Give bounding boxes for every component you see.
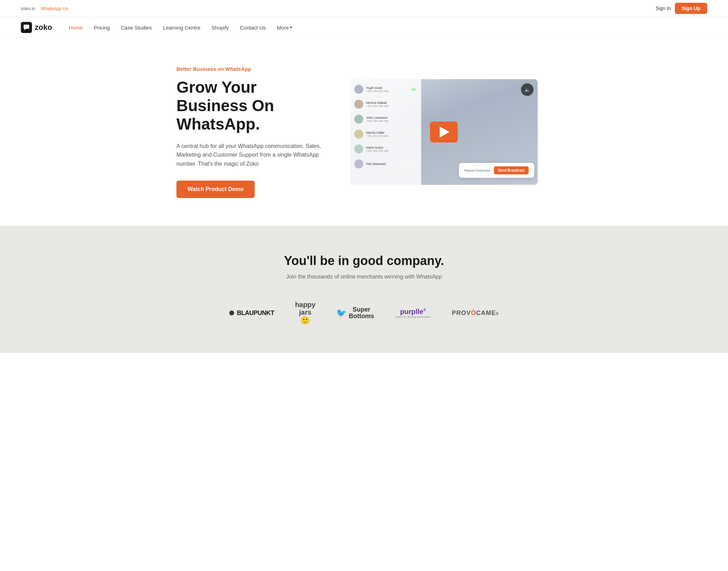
chat-phone: +351 394 493 493 [366, 90, 389, 93]
main-nav: zoko Home Pricing Case Studies Learning … [0, 17, 728, 38]
superbottoms-logo: 🐦 SuperBottoms [336, 306, 374, 320]
blaupunkt-dot-icon [229, 311, 234, 315]
chat-item-2: Monica Zafead +351 394 493 493 [350, 97, 421, 112]
chat-phone: +351 394 493 493 [366, 149, 389, 152]
avatar [354, 130, 363, 139]
avatar [354, 115, 363, 124]
chat-name: Hugh Grant [366, 86, 389, 90]
nav-case-studies[interactable]: Case Studies [121, 25, 152, 31]
nav-shopify[interactable]: Shopify [212, 25, 229, 31]
hero-left: Better Business on WhatsApp Grow Your Bu… [176, 66, 329, 198]
whatsapp-link[interactable]: WhatsApp Us [41, 6, 68, 11]
nav-home[interactable]: Home [69, 25, 83, 31]
social-proof-subtitle: Join the thousands of online merchants w… [21, 274, 707, 280]
logo-icon [21, 22, 32, 33]
nav-contact-us[interactable]: Contact Us [240, 25, 266, 31]
top-bar: zoko.io WhatsApp Us Sign In Sign Up [0, 0, 728, 17]
superbottoms-bird-icon: 🐦 [336, 308, 347, 318]
social-proof-title: You'll be in good company. [21, 254, 707, 268]
purplle-logo: purplle® India's #1 Beauty Destination [395, 308, 431, 318]
hero-section: Better Business on WhatsApp Grow Your Bu… [0, 38, 728, 226]
logo[interactable]: zoko [21, 22, 52, 33]
chat-name: Marcia Caller [366, 131, 389, 134]
broadcast-bar: Repeat Customers Send Broadcast [459, 163, 534, 178]
chat-item-3: John Livermore +351 394 493 493 [350, 112, 421, 127]
logo-text: zoko [35, 23, 52, 32]
chat-item-4: Marcia Caller +351 394 493 493 [350, 127, 421, 142]
chat-phone: +351 394 493 493 [366, 105, 389, 108]
happyjars-logo: happyjars 🙂 [295, 301, 315, 325]
chat-name: John Livermore [366, 116, 389, 119]
provocame-logo: PROVÓCAME® [452, 309, 499, 317]
happyjars-icon: 🙂 [295, 316, 315, 325]
repeat-customers-label: Repeat Customers [464, 169, 490, 172]
blaupunkt-brand: BLAUPUNKT [229, 309, 274, 317]
mute-icon: 🔈 [524, 87, 530, 92]
blaupunkt-text: BLAUPUNKT [237, 309, 274, 317]
avatar [354, 85, 363, 94]
signup-button[interactable]: Sign Up [675, 3, 707, 14]
nav-more-label: More [277, 25, 289, 31]
blaupunkt-logo: BLAUPUNKT [229, 309, 274, 317]
avatar [354, 159, 363, 168]
hero-description: A central hub for all your WhatsApp comm… [176, 142, 329, 168]
chat-phone: +351 394 493 493 [366, 119, 389, 123]
platform-badge: WA [410, 88, 417, 91]
play-icon [440, 126, 449, 138]
chat-panel: Hugh Grant +351 394 493 493 WA Monica Za… [350, 79, 421, 185]
video-wrapper[interactable]: Hugh Grant +351 394 493 493 WA Monica Za… [350, 79, 538, 185]
provocame-text: PROVÓCAME® [452, 309, 499, 317]
send-broadcast-button[interactable]: Send Broadcast [494, 166, 529, 174]
hero-video: Hugh Grant +351 394 493 493 WA Monica Za… [350, 79, 538, 185]
superbottoms-text: SuperBottoms [349, 306, 374, 320]
superbottoms-brand: 🐦 SuperBottoms [336, 306, 374, 320]
brand-logos-row: BLAUPUNKT happyjars 🙂 🐦 SuperBottoms pur… [21, 301, 707, 325]
chat-name: Piet Gasmash [366, 162, 386, 166]
avatar [354, 144, 363, 154]
site-link[interactable]: zoko.io [21, 6, 35, 11]
nav-more[interactable]: More ▾ [277, 25, 292, 31]
hero-title: Grow Your Business On WhatsApp. [176, 78, 329, 133]
chat-item-5: Mario Gotze +351 394 493 493 [350, 142, 421, 157]
signin-link[interactable]: Sign In [656, 6, 671, 11]
avatar [354, 100, 363, 109]
top-bar-right: Sign In Sign Up [656, 3, 707, 14]
play-button[interactable] [430, 122, 458, 142]
chat-item-6: Piet Gasmash [350, 157, 421, 172]
purplle-sub-text: India's #1 Beauty Destination [395, 315, 431, 318]
chat-name: Mario Gotze [366, 146, 389, 149]
social-proof-section: You'll be in good company. Join the thou… [0, 226, 728, 353]
watch-demo-button[interactable]: Watch Product Demo [176, 181, 255, 198]
hero-content: Better Business on WhatsApp Grow Your Bu… [156, 38, 572, 226]
chat-phone: +351 394 493 493 [366, 134, 389, 138]
chevron-down-icon: ▾ [290, 25, 292, 30]
happyjars-text: happyjars [295, 301, 315, 316]
hero-tagline: Better Business on WhatsApp [176, 66, 329, 72]
purplle-text: purplle® [395, 308, 431, 315]
chat-name: Monica Zafead [366, 101, 389, 105]
chat-item-1: Hugh Grant +351 394 493 493 WA [350, 82, 421, 97]
nav-pricing[interactable]: Pricing [94, 25, 110, 31]
nav-learning-centre[interactable]: Learning Centre [163, 25, 200, 31]
